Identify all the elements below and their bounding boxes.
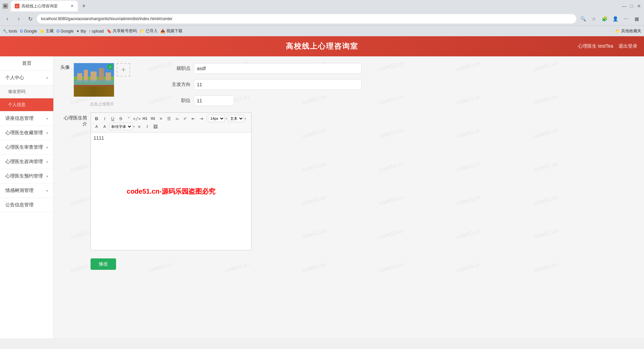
workplace-label: 就职点	[164, 65, 191, 71]
toolbar-strikethrough-button[interactable]: S	[117, 115, 124, 122]
bookmark-shared-account[interactable]: 🔖 共享账号密码	[107, 28, 137, 34]
toolbar-h2-button[interactable]: H2	[149, 115, 157, 122]
tab-title: 高校线上心理咨询室	[21, 3, 58, 9]
lecture-arrow-icon: ▾	[46, 117, 48, 120]
star-icon: ⭐	[40, 29, 45, 34]
profile-icon[interactable]: 👤	[610, 14, 620, 23]
folder-icon: 📁	[140, 29, 145, 34]
tools-icon: 🔧	[3, 29, 8, 34]
other-folder-icon: 📁	[615, 29, 620, 34]
app-title: 高校线上心理咨询室	[286, 41, 358, 51]
close-window-button[interactable]: ✕	[637, 4, 641, 8]
bookmark-tools[interactable]: 🔧 tools	[3, 29, 17, 34]
toolbar-italic2-button[interactable]: I	[144, 123, 151, 130]
app-header: 高校线上心理咨询室 心理医生 testTea 退出登录	[0, 36, 644, 56]
toolbar-indent-left-button[interactable]: ⇤	[190, 115, 197, 122]
menu-icon[interactable]: ⋯	[621, 14, 631, 23]
toolbar-fontsize-select[interactable]: 14px 12px 16px 18px	[208, 115, 225, 122]
sidebar-item-doctor-review[interactable]: 心理医生审查管理 ▾	[0, 140, 53, 155]
tab-favicon: 心	[15, 4, 19, 8]
toolbar-bold-button[interactable]: B	[93, 115, 100, 122]
bookmark-icon[interactable]: ☆	[589, 14, 598, 23]
plus-icon: +	[121, 65, 126, 74]
sidebar-item-doctor-collection[interactable]: 心理医生收藏管理 ▾	[0, 126, 53, 140]
refresh-button[interactable]: ↻	[25, 14, 35, 23]
toolbar-quote-button[interactable]: "	[125, 115, 132, 122]
field-row-position: 职位	[164, 95, 637, 106]
svg-rect-4	[84, 70, 88, 82]
toolbar-align-center-button[interactable]: ≡	[136, 123, 143, 130]
bookmark-imported[interactable]: 📁 已导入	[140, 28, 158, 34]
sidebar-item-personal-info[interactable]: 个人信息	[0, 98, 53, 111]
toolbar-fonttype-select[interactable]: 文本	[228, 115, 244, 122]
position-input[interactable]	[194, 95, 234, 106]
editor-section: 心理医生简介 B I U S " </> H1 H2 ≡	[60, 112, 637, 250]
editor-label: 心理医生简介	[60, 112, 87, 127]
browser-tabs: 心 高校线上心理咨询室 ✕ +	[11, 1, 619, 11]
bookmark-tby[interactable]: ✦ tby	[76, 29, 86, 34]
bookmark-google-1[interactable]: G Google	[20, 29, 37, 34]
user-label: 心理医生 testTea	[578, 43, 613, 49]
submit-button[interactable]: 修改	[91, 258, 116, 270]
fields-section: 就职点 主攻方向 职位	[164, 63, 637, 107]
toolbar-h1-button[interactable]: H1	[141, 115, 149, 122]
window-controls: ⊞	[3, 3, 8, 9]
toolbar-fontfamily-select[interactable]: 标佳字体	[109, 123, 132, 130]
workplace-input[interactable]	[194, 63, 362, 74]
download-icon: 📥	[160, 29, 165, 34]
avatar-upload-button[interactable]: +	[117, 63, 130, 77]
browser-titlebar: ⊞ 心 高校线上心理咨询室 ✕ + — □ ✕	[0, 0, 644, 12]
tby-icon: ✦	[76, 29, 79, 34]
avatar-image-container: ✓	[74, 63, 114, 97]
search-icon[interactable]: 🔍	[578, 14, 588, 23]
sidebar-item-home[interactable]: 首页	[0, 56, 53, 71]
editor-body[interactable]: 1111 code51.cn-源码乐园盗图必究	[91, 133, 251, 250]
direction-input[interactable]	[194, 79, 362, 90]
bookmark-other[interactable]: 📁 其他收藏夹	[615, 28, 641, 34]
share-icon: 🔖	[107, 29, 112, 34]
sidebar-item-emotion-management[interactable]: 情感树洞管理 ▾	[0, 184, 53, 198]
consultation-arrow-icon: ▾	[46, 160, 48, 164]
toolbar-ordered-list-button[interactable]: ≡	[157, 115, 165, 122]
toolbar-fontfamily-arrow: ▾	[133, 125, 135, 129]
toolbar-code-button[interactable]: </>	[133, 115, 141, 122]
toolbar-underline-button[interactable]: U	[109, 115, 116, 122]
appointment-arrow-icon: ▾	[46, 174, 48, 178]
address-text: localhost:8080/gaoxiaoxianshangxinlizhix…	[41, 16, 172, 21]
logout-button[interactable]: 退出登录	[619, 43, 637, 49]
bookmark-video-download[interactable]: 📥 视频下载	[160, 28, 182, 34]
toolbar-image-button[interactable]: 🖼	[152, 123, 159, 130]
extensions-icon[interactable]: 🧩	[600, 14, 609, 23]
bookmark-google-2[interactable]: G Google	[56, 29, 73, 34]
svg-rect-6	[99, 68, 104, 82]
bookmark-main[interactable]: ⭐ 主藏	[40, 28, 54, 34]
rich-text-editor: B I U S " </> H1 H2 ≡ ☰ x₂ x² ⇤	[91, 112, 252, 250]
address-bar[interactable]: localhost:8080/gaoxiaoxianshangxinlizhix…	[37, 14, 576, 23]
sidebar-item-lecture-management[interactable]: 讲座信息管理 ▾	[0, 111, 53, 126]
sidebar-item-change-password[interactable]: 修改密码	[0, 85, 53, 98]
toolbar-italic-button[interactable]: I	[101, 115, 108, 122]
back-button[interactable]: ‹	[3, 14, 12, 23]
active-tab[interactable]: 心 高校线上心理咨询室 ✕	[11, 1, 78, 11]
sidebar-item-personal-center[interactable]: 个人中心 ▾	[0, 71, 53, 85]
maximize-button[interactable]: □	[629, 4, 634, 8]
tab-close-button[interactable]: ✕	[70, 4, 74, 8]
toolbar-subscript-button[interactable]: x₂	[173, 115, 181, 122]
toolbar-bgcolor-button[interactable]: A	[101, 123, 108, 130]
toolbar-superscript-button[interactable]: x²	[181, 115, 189, 122]
app-container: 高校线上心理咨询室 心理医生 testTea 退出登录 首页 个人中心 ▾ 修改…	[0, 36, 644, 338]
sidebar-item-doctor-appointment[interactable]: 心理医生预约管理 ▾	[0, 169, 53, 184]
avatar-section: 头像	[60, 63, 130, 107]
review-arrow-icon: ▾	[46, 146, 48, 149]
bookmark-upload[interactable]: ↑ upload	[89, 29, 104, 34]
sidebar-item-doctor-consultation[interactable]: 心理医生咨询管理 ▾	[0, 155, 53, 169]
sidebar-icon[interactable]: ▦	[632, 14, 641, 23]
forward-button[interactable]: ›	[14, 14, 23, 23]
svg-rect-2	[74, 85, 114, 97]
toolbar-unordered-list-button[interactable]: ☰	[165, 115, 173, 122]
minimize-button[interactable]: —	[622, 4, 627, 8]
toolbar-fontcolor-button[interactable]: A	[93, 123, 100, 130]
new-tab-button[interactable]: +	[79, 1, 89, 11]
toolbar-indent-right-button[interactable]: ⇥	[198, 115, 205, 122]
sidebar-item-announcement[interactable]: 公告信息管理	[0, 198, 53, 212]
